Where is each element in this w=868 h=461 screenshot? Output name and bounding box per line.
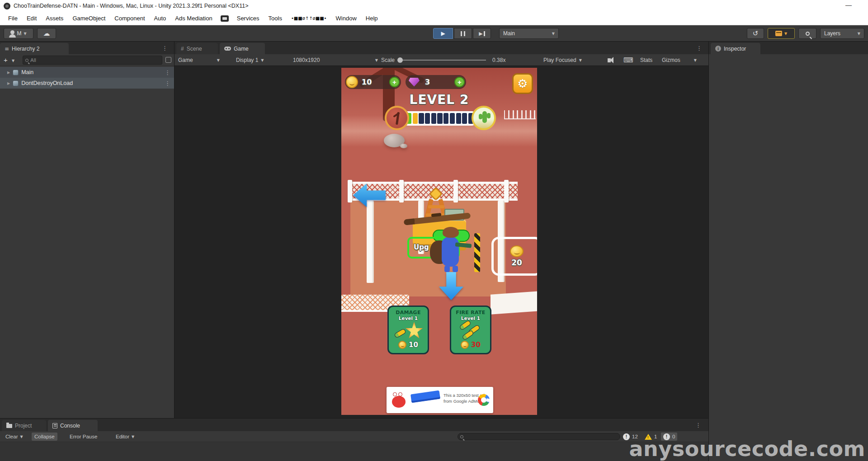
- menu-services[interactable]: Services: [232, 12, 264, 25]
- hierarchy-row-dontdestroyonload[interactable]: ▶ DontDestroyOnLoad ⋮: [0, 78, 174, 89]
- mute-audio-toggle[interactable]: [608, 54, 611, 66]
- menu-file[interactable]: File: [4, 12, 22, 25]
- menu-plugin-glyphs[interactable]: •■■ø↑↑ø■■•: [287, 12, 331, 25]
- play-icon: ▶: [441, 30, 445, 37]
- menu-help[interactable]: Help: [361, 12, 382, 25]
- scale-slider-knob[interactable]: [397, 57, 403, 63]
- search-button[interactable]: [798, 28, 816, 39]
- kebab-menu-icon[interactable]: ⋮: [162, 45, 168, 52]
- stats-label: Stats: [640, 57, 652, 63]
- scale-slider[interactable]: [397, 60, 486, 61]
- tab-inspector[interactable]: i Inspector: [711, 43, 760, 54]
- foldout-icon[interactable]: ▶: [7, 71, 10, 75]
- chevron-down-icon: ▼: [552, 32, 555, 36]
- scene-object-icon: [13, 70, 19, 75]
- plugin-toolbox-icon[interactable]: [221, 15, 229, 22]
- hierarchy-search-input[interactable]: [30, 57, 160, 63]
- foldout-icon[interactable]: ▶: [7, 81, 10, 85]
- firerate-icon: [451, 321, 490, 341]
- coin-pickup-box[interactable]: 20: [491, 237, 537, 276]
- search-filter-icon[interactable]: [165, 57, 171, 63]
- playmode-scene-dropdown[interactable]: Main ▼: [499, 28, 559, 39]
- create-button[interactable]: +: [4, 56, 8, 64]
- ad-banner[interactable]: This a 320x50 test ad from Google AdMob.: [387, 387, 493, 413]
- tab-scene[interactable]: # Scene: [176, 43, 218, 54]
- menu-window[interactable]: Window: [331, 12, 361, 25]
- account-icon: [10, 30, 14, 34]
- tab-console[interactable]: Console: [48, 420, 98, 431]
- chevron-down-icon: ▼: [858, 32, 860, 36]
- console-search[interactable]: [458, 433, 620, 440]
- game-mode-dropdown[interactable]: Game ▼: [178, 54, 220, 66]
- chevron-down-icon: ▼: [132, 435, 134, 439]
- coin-count: 10: [362, 78, 372, 86]
- editor-dropdown[interactable]: Editor ▼: [113, 431, 137, 442]
- scene-grid-icon: #: [181, 46, 184, 52]
- fence-post: [504, 180, 509, 202]
- gizmos-dropdown[interactable]: Gizmos ▼: [662, 54, 697, 66]
- chevron-down-icon: ▼: [579, 58, 582, 62]
- clear-button[interactable]: Clear ▼: [3, 431, 26, 442]
- add-coins-button[interactable]: +: [389, 77, 400, 87]
- character-hat: [443, 227, 459, 238]
- menu-edit[interactable]: Edit: [22, 12, 41, 25]
- step-button[interactable]: ▶: [473, 28, 491, 39]
- kebab-menu-icon[interactable]: ⋮: [165, 69, 170, 76]
- chevron-down-icon: ▼: [24, 32, 26, 36]
- undo-history-button[interactable]: ↺: [747, 28, 764, 39]
- add-gems-button[interactable]: +: [454, 77, 465, 87]
- coin-icon: [346, 76, 358, 88]
- main-toolbar: M ▼ ☁ ▶ ▶ Main ▼ ↺ ▼ Layers: [0, 25, 868, 42]
- hierarchy-search[interactable]: [23, 56, 162, 65]
- package-manager-dropdown[interactable]: ▼: [768, 28, 795, 39]
- minimize-button[interactable]: —: [845, 1, 852, 9]
- gamepad-icon: [224, 47, 231, 51]
- keyboard-icon: ⌨: [623, 56, 633, 64]
- game-tab-label: Game: [234, 46, 249, 52]
- upgrade-card-damage[interactable]: DAMAGE Level 1 10: [387, 306, 429, 354]
- search-icon: [460, 435, 463, 438]
- game-viewport: Upg 20: [175, 66, 708, 418]
- chevron-down-icon[interactable]: ▼: [12, 59, 14, 63]
- cloud-services-button[interactable]: ☁: [37, 28, 56, 39]
- menu-auto[interactable]: Auto: [150, 12, 171, 25]
- card-price: 10: [398, 341, 418, 349]
- menu-gameobject[interactable]: GameObject: [68, 12, 110, 25]
- error-pause-toggle[interactable]: Error Pause: [67, 431, 100, 442]
- game-mode-value: Game: [178, 57, 193, 63]
- chevron-down-icon: ▼: [20, 435, 23, 439]
- pause-button[interactable]: [454, 28, 472, 39]
- layers-value: Layers: [824, 30, 840, 37]
- kebab-menu-icon[interactable]: ⋮: [695, 422, 701, 428]
- layers-dropdown[interactable]: Layers ▼: [820, 28, 864, 39]
- tab-hierarchy[interactable]: ≡ Hierarchy 2: [0, 43, 69, 54]
- speaker-icon: [608, 58, 611, 62]
- tab-game[interactable]: Game: [220, 43, 265, 54]
- gear-icon: ⚙: [517, 77, 528, 90]
- resolution-dropdown[interactable]: 1080x1920 ▼: [293, 54, 378, 66]
- hierarchy-row-main[interactable]: ▶ Main ⋮: [0, 67, 174, 78]
- console-panel: Project Console ⋮ Clear ▼ Collapse Error…: [0, 418, 708, 461]
- menu-component[interactable]: Component: [110, 12, 149, 25]
- vsync-toggle[interactable]: ⌨: [623, 54, 633, 66]
- console-search-input[interactable]: [465, 434, 618, 439]
- account-dropdown[interactable]: M ▼: [4, 28, 33, 39]
- play-focused-dropdown[interactable]: Play Focused ▼: [543, 54, 582, 66]
- kebab-menu-icon[interactable]: ⋮: [696, 45, 702, 52]
- settings-button[interactable]: ⚙: [512, 73, 533, 94]
- character-body: [442, 237, 459, 267]
- tab-project[interactable]: Project: [2, 420, 46, 431]
- upgrade-card-firerate[interactable]: FIRE RATE Level 1 30: [450, 306, 491, 354]
- wall-left: [367, 201, 374, 283]
- kebab-menu-icon[interactable]: ⋮: [165, 80, 170, 87]
- menu-tools[interactable]: Tools: [264, 12, 287, 25]
- stats-toggle[interactable]: Stats: [640, 54, 652, 66]
- play-button[interactable]: ▶: [433, 28, 453, 39]
- collapse-toggle[interactable]: Collapse: [32, 433, 57, 441]
- fence-post: [348, 180, 352, 202]
- menu-assets[interactable]: Assets: [41, 12, 68, 25]
- menu-ads-mediation[interactable]: Ads Mediation: [170, 12, 217, 25]
- display-dropdown[interactable]: Display 1 ▼: [236, 54, 264, 66]
- level-start-icon: [385, 106, 409, 130]
- hierarchy-panel: ≡ Hierarchy 2 ⋮ + ▼ ▶ Main ⋮ ▶ DontDestr…: [0, 42, 175, 418]
